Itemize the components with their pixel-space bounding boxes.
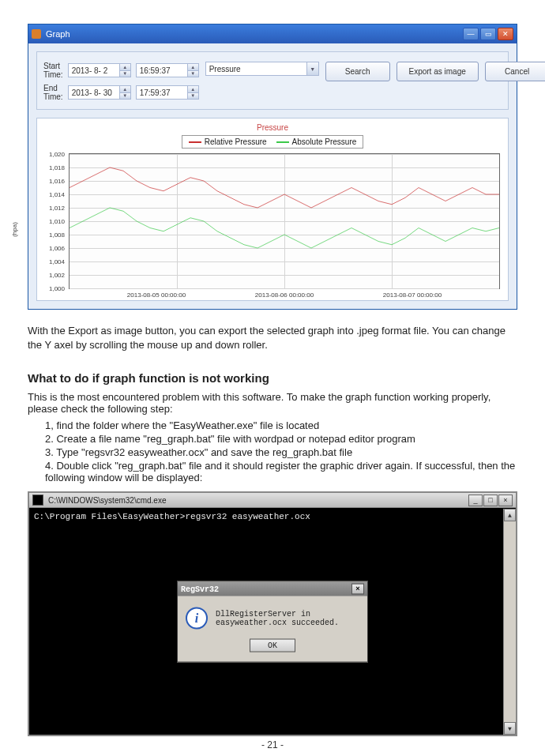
- step-item: 2. Create a file name "reg_graph.bat" fi…: [45, 433, 517, 445]
- cmd-body: C:\Program Files\EasyWeather>regsvr32 ea…: [29, 509, 516, 735]
- cancel-button[interactable]: Cancel: [485, 62, 545, 81]
- y-tick-label: 1,000: [49, 285, 65, 292]
- y-tick-label: 1,018: [49, 164, 65, 171]
- dialog-close-button[interactable]: ×: [351, 584, 364, 595]
- dialog-message: DllRegisterServer in easyweather.ocx suc…: [216, 610, 359, 627]
- start-date-input[interactable]: 2013- 8- 2 ▲▼: [68, 63, 131, 77]
- end-time-label: End Time:: [43, 84, 63, 101]
- vertical-scrollbar[interactable]: ▲ ▼: [503, 509, 516, 735]
- x-tick-label: 2013-08-06 00:00:00: [255, 291, 314, 299]
- x-axis-ticks: 2013-08-05 00:00:002013-08-06 00:00:0020…: [69, 291, 500, 299]
- chevron-down-icon: ▼: [306, 62, 318, 75]
- measure-dropdown[interactable]: Pressure ▼: [205, 62, 319, 76]
- legend-item: Relative Pressure: [189, 137, 267, 146]
- cmd-titlebar: C:\WINDOWS\system32\cmd.exe _ □ ×: [29, 493, 516, 508]
- x-tick-label: 2013-08-07 00:00:00: [383, 291, 442, 299]
- y-tick-label: 1,002: [49, 272, 65, 279]
- chart-area: Pressure Relative Pressure Absolute Pres…: [36, 118, 509, 301]
- plot-box[interactable]: 1,0001,0021,0041,0061,0081,0101,0121,014…: [69, 153, 500, 289]
- regsvr32-dialog: RegSvr32 × i DllRegisterServer in easywe…: [177, 581, 368, 663]
- legend-swatch-icon: [189, 141, 201, 143]
- step-item: 4. Double click "reg_graph.bat" file and…: [45, 460, 517, 483]
- y-tick-label: 1,010: [49, 218, 65, 225]
- close-button[interactable]: ✕: [498, 28, 513, 40]
- chart-legend: Relative Pressure Absolute Pressure: [182, 135, 364, 149]
- cmd-title: C:\WINDOWS\system32\cmd.exe: [48, 496, 166, 505]
- section-heading: What to do if graph function is not work…: [28, 371, 517, 385]
- scroll-down-icon[interactable]: ▼: [504, 722, 516, 735]
- steps-list: 1, find the folder where the "EasyWeathe…: [45, 419, 517, 483]
- ok-button[interactable]: OK: [250, 639, 295, 653]
- maximize-button[interactable]: ▭: [480, 28, 496, 40]
- body-paragraph: With the Export as image button, you can…: [28, 324, 517, 352]
- controls-panel: Start Time: 2013- 8- 2 ▲▼ 16:59:37 ▲▼ En…: [36, 51, 509, 110]
- info-icon: i: [186, 607, 208, 630]
- step-item: 3. Type "regsvr32 easyweather.ocx" and s…: [45, 446, 517, 458]
- chart-title: Pressure: [42, 123, 503, 132]
- series-line: [70, 208, 499, 248]
- cmd-icon: [32, 495, 43, 506]
- y-tick-label: 1,016: [49, 178, 65, 185]
- end-time-input[interactable]: 17:59:37 ▲▼: [136, 85, 199, 100]
- dialog-titlebar: RegSvr32 ×: [178, 582, 367, 596]
- export-as-image-button[interactable]: Export as image: [397, 62, 479, 81]
- y-tick-label: 1,008: [49, 231, 65, 239]
- y-axis-label: (hpa): [11, 222, 18, 237]
- series-line: [70, 167, 499, 208]
- page-number: - 21 -: [0, 739, 545, 750]
- graph-window: Graph — ▭ ✕ Start Time: 2013- 8- 2 ▲▼ 16…: [28, 24, 517, 310]
- y-tick-label: 1,004: [49, 258, 65, 265]
- y-tick-label: 1,012: [49, 205, 65, 212]
- minimize-button[interactable]: _: [468, 495, 483, 506]
- scroll-up-icon[interactable]: ▲: [504, 509, 516, 521]
- minimize-button[interactable]: —: [463, 28, 479, 40]
- maximize-button[interactable]: □: [483, 495, 498, 506]
- y-tick-label: 1,020: [49, 151, 65, 158]
- window-title: Graph: [46, 29, 70, 39]
- close-button[interactable]: ×: [498, 495, 513, 506]
- legend-swatch-icon: [276, 141, 289, 143]
- step-item: 1, find the folder where the "EasyWeathe…: [45, 419, 517, 431]
- cmd-line: C:\Program Files\EasyWeather>regsvr32 ea…: [34, 512, 511, 521]
- app-icon: [32, 29, 41, 39]
- y-tick-label: 1,014: [49, 191, 65, 198]
- body-paragraph: This is the most encountered problem wit…: [28, 391, 517, 415]
- end-date-input[interactable]: 2013- 8- 30 ▲▼: [68, 85, 131, 100]
- titlebar: Graph — ▭ ✕: [28, 24, 517, 43]
- x-tick-label: 2013-08-05 00:00:00: [127, 291, 186, 299]
- cmd-window: C:\WINDOWS\system32\cmd.exe _ □ × C:\Pro…: [28, 491, 517, 736]
- start-time-input[interactable]: 16:59:37 ▲▼: [136, 63, 199, 77]
- legend-item: Absolute Pressure: [276, 137, 357, 146]
- start-time-label: Start Time:: [43, 62, 63, 79]
- y-tick-label: 1,006: [49, 245, 65, 252]
- search-button[interactable]: Search: [325, 62, 390, 81]
